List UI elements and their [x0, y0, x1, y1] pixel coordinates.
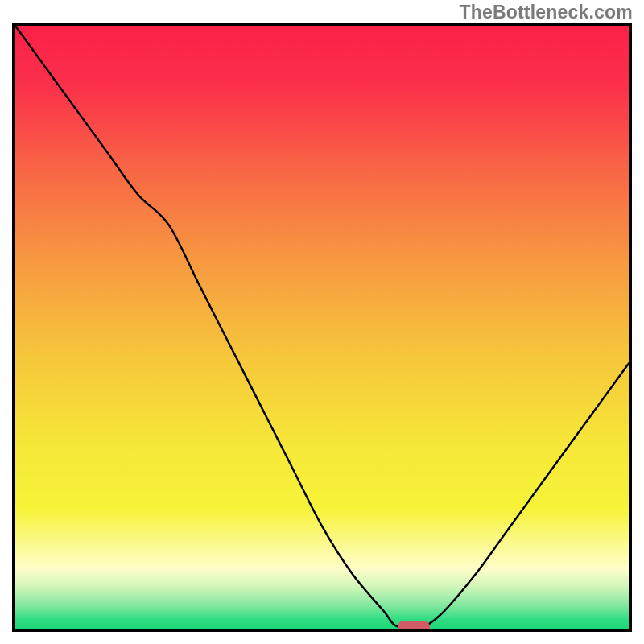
bottleneck-curve [15, 26, 629, 629]
plot-area [12, 23, 632, 632]
minimum-marker [398, 621, 430, 632]
chart-frame: TheBottleneck.com [0, 0, 644, 644]
watermark-text: TheBottleneck.com [459, 2, 633, 23]
